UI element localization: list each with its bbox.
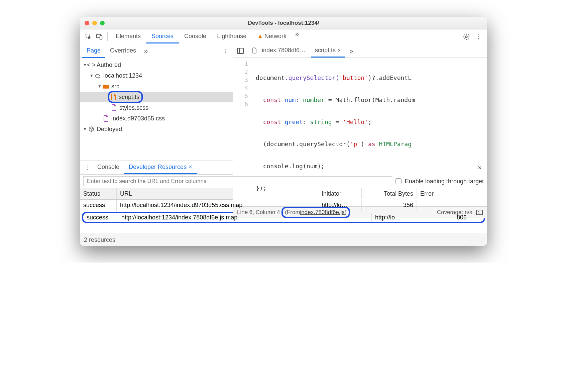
drawer-tab-devres[interactable]: Developer Resources× <box>124 161 197 174</box>
tree-group-deployed[interactable]: ▼Deployed <box>80 124 233 134</box>
tree-folder-src[interactable]: ▼src <box>80 81 233 92</box>
device-toggle-icon[interactable] <box>94 31 105 42</box>
tab-overrides[interactable]: Overrides <box>105 44 141 58</box>
editor-pane: index.7808df6… script.ts × » 123456 docu… <box>233 44 487 161</box>
devtools-window: DevTools - localhost:1234/ Elements Sour… <box>80 17 487 246</box>
cloud-icon <box>95 72 101 79</box>
svg-rect-2 <box>100 35 102 39</box>
kebab-icon[interactable]: ⋮ <box>220 46 231 57</box>
col-error[interactable]: Error <box>417 188 487 199</box>
file-tree: ▼< >Authored ▼localhost:1234 ▼src script… <box>80 58 233 161</box>
cube-icon <box>88 126 95 132</box>
col-initiator[interactable]: Initiator <box>318 188 362 199</box>
folder-icon <box>103 83 109 90</box>
warning-icon: ▲ <box>257 33 263 40</box>
minimize-icon[interactable] <box>92 21 97 25</box>
inspect-icon[interactable] <box>83 31 94 42</box>
tab-sources[interactable]: Sources <box>146 30 179 43</box>
tab-network[interactable]: ▲Network <box>252 30 292 43</box>
table-row <box>80 224 487 234</box>
more-page-tabs-icon[interactable]: » <box>141 47 151 55</box>
file-icon <box>251 47 258 54</box>
table-row[interactable]: success http://localhost:1234/index.d970… <box>80 200 487 211</box>
footer-status: 2 resources <box>80 234 487 246</box>
editor-tab-index[interactable]: index.7808df6… <box>247 44 310 58</box>
tree-file-script[interactable]: script.ts <box>80 92 233 102</box>
table-header[interactable]: Status URL Initiator Total Bytes Error <box>80 188 487 200</box>
kebab-icon[interactable]: ⋮ <box>82 162 93 173</box>
close-icon[interactable]: × <box>474 164 485 172</box>
col-status[interactable]: Status <box>80 188 117 199</box>
tree-file-indexcss[interactable]: index.d9703d55.css <box>80 113 233 124</box>
tree-file-styles[interactable]: styles.scss <box>80 102 233 113</box>
more-editor-tabs-icon[interactable]: » <box>346 47 356 55</box>
window-title: DevTools - localhost:1234/ <box>80 20 487 26</box>
search-input[interactable] <box>83 176 392 186</box>
svg-point-3 <box>465 36 467 38</box>
kebab-icon[interactable]: ⋮ <box>473 31 484 42</box>
close-icon[interactable] <box>85 21 89 25</box>
tab-elements[interactable]: Elements <box>110 30 146 43</box>
close-icon[interactable]: × <box>189 164 192 171</box>
titlebar: DevTools - localhost:1234/ <box>80 17 487 29</box>
tab-page[interactable]: Page <box>82 44 105 58</box>
table-row[interactable]: success http://localhost:1234/index.7808… <box>82 212 485 223</box>
code-icon: < > <box>88 62 95 68</box>
enable-target-label: Enable loading through target <box>405 178 484 185</box>
zoom-icon[interactable] <box>100 21 105 25</box>
gear-icon[interactable] <box>461 31 472 42</box>
svg-rect-4 <box>237 48 243 54</box>
tab-lighthouse[interactable]: Lighthouse <box>212 30 252 43</box>
navigator-pane: Page Overrides » ⋮ ▼< >Authored ▼localho… <box>80 44 233 161</box>
file-icon <box>111 104 117 111</box>
tab-console[interactable]: Console <box>179 30 212 43</box>
editor-tab-script[interactable]: script.ts × <box>311 44 345 58</box>
tree-group-authored[interactable]: ▼< >Authored <box>80 60 233 70</box>
file-icon <box>103 115 109 122</box>
col-url[interactable]: URL <box>117 188 318 199</box>
col-bytes[interactable]: Total Bytes <box>362 188 417 199</box>
enable-target-checkbox[interactable] <box>395 178 402 184</box>
tree-domain[interactable]: ▼localhost:1234 <box>80 70 233 81</box>
main-tabbar: Elements Sources Console Lighthouse ▲Net… <box>80 29 487 44</box>
close-icon[interactable]: × <box>338 47 341 54</box>
file-icon <box>110 94 117 100</box>
drawer-tab-console[interactable]: Console <box>93 161 124 174</box>
toggle-navigator-icon[interactable] <box>235 45 246 56</box>
more-tabs-icon[interactable]: » <box>292 30 302 43</box>
